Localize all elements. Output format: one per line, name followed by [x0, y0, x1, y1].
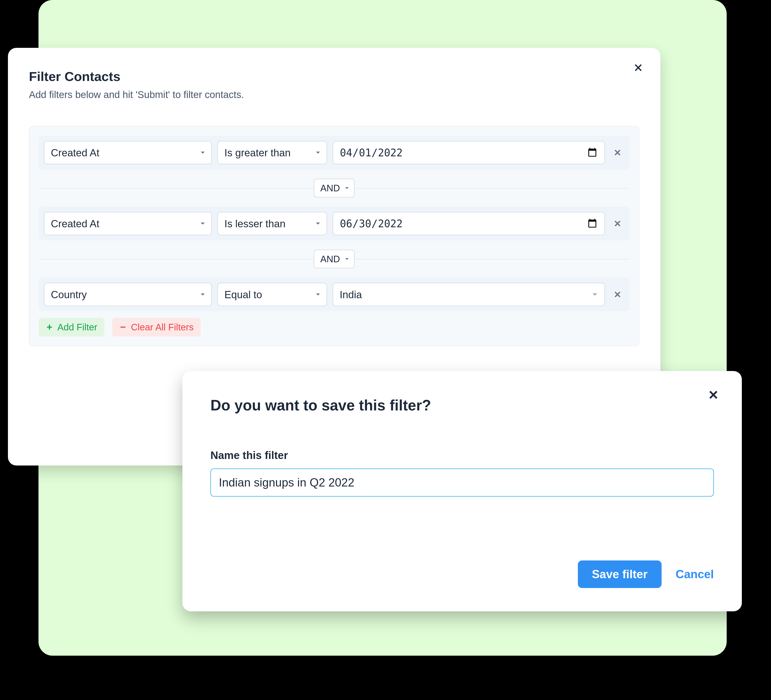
- filter-name-input[interactable]: [210, 469, 714, 497]
- filter-row: Country Equal to India: [39, 278, 629, 311]
- panel-title: Filter Contacts: [29, 69, 639, 84]
- panel-subtitle: Add filters below and hit 'Submit' to fi…: [29, 89, 639, 100]
- add-filter-label: Add Filter: [57, 322, 97, 332]
- save-filter-button[interactable]: Save filter: [578, 560, 662, 588]
- filter-field-select[interactable]: Created At: [44, 141, 212, 164]
- conjunction-select[interactable]: AND: [314, 250, 355, 269]
- filter-row: Created At Is lesser than: [39, 207, 629, 240]
- close-icon[interactable]: [631, 61, 645, 75]
- filter-value-select[interactable]: India: [333, 283, 605, 306]
- filter-body: Created At Is greater than AND Created A…: [29, 126, 639, 346]
- add-filter-button[interactable]: Add Filter: [39, 318, 104, 337]
- save-filter-modal: Do you want to save this filter? Name th…: [182, 371, 742, 611]
- filter-row: Created At Is greater than: [39, 136, 629, 169]
- save-modal-title: Do you want to save this filter?: [210, 397, 714, 414]
- clear-filters-button[interactable]: Clear All Filters: [112, 318, 201, 337]
- remove-row-icon[interactable]: [610, 141, 625, 164]
- filter-operator-select[interactable]: Is lesser than: [218, 212, 327, 235]
- cancel-button[interactable]: Cancel: [676, 568, 714, 581]
- clear-filters-label: Clear All Filters: [131, 322, 194, 332]
- filter-value-date[interactable]: [333, 141, 605, 164]
- filter-value-date[interactable]: [333, 212, 605, 235]
- remove-row-icon[interactable]: [610, 212, 625, 235]
- conjunction-select[interactable]: AND: [314, 179, 355, 197]
- filter-field-select[interactable]: Created At: [44, 212, 212, 235]
- remove-row-icon[interactable]: [610, 283, 625, 306]
- filter-operator-select[interactable]: Equal to: [218, 283, 327, 306]
- close-icon[interactable]: [706, 387, 721, 402]
- filter-operator-select[interactable]: Is greater than: [218, 141, 327, 164]
- filter-name-label: Name this filter: [210, 449, 714, 462]
- filter-field-select[interactable]: Country: [44, 283, 212, 306]
